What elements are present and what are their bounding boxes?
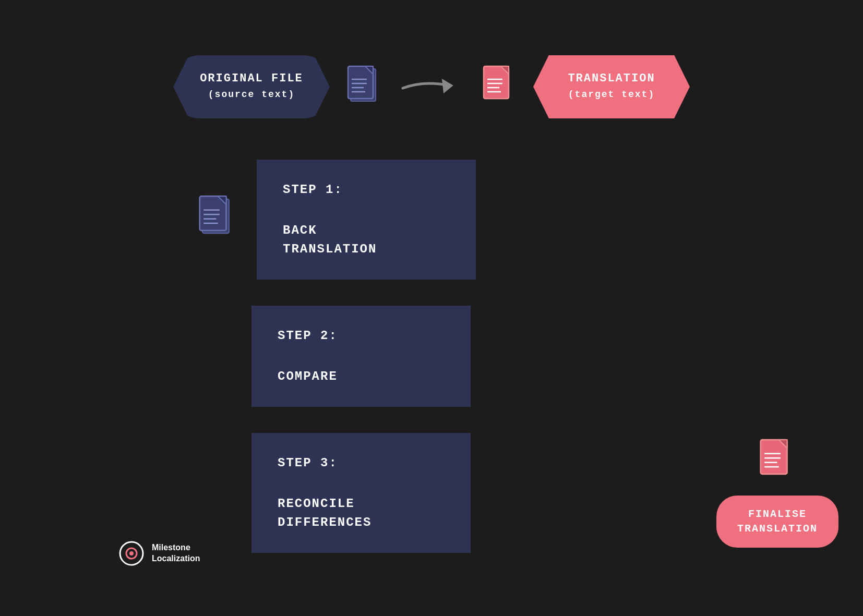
translation-label: TRANSLATION xyxy=(568,72,655,85)
original-file-sub: (source text) xyxy=(208,89,295,100)
source-doc-icon xyxy=(345,65,382,109)
logo-name: Milestone xyxy=(152,542,200,553)
step2-label: STEP 2: xyxy=(278,327,445,345)
original-file-label: ORIGINAL FILE xyxy=(200,72,303,85)
steps-area: STEP 1: BACK TRANSLATION STEP 2: COMPARE xyxy=(92,160,771,553)
logo-text: Milestone Localization xyxy=(152,542,200,564)
step2-row: STEP 2: COMPARE xyxy=(197,306,666,407)
step1-box: STEP 1: BACK TRANSLATION xyxy=(257,160,476,280)
step2-sublabel: COMPARE xyxy=(278,348,445,386)
finalise-doc-icon xyxy=(758,438,797,488)
step1-doc-icon xyxy=(197,195,236,244)
svg-rect-7 xyxy=(484,66,509,99)
finalise-badge: FINALISE TRANSLATION xyxy=(716,496,838,548)
step3-box: STEP 3: RECONCILE DIFFERENCES xyxy=(251,433,471,553)
svg-rect-14 xyxy=(200,196,226,231)
step1-row: STEP 1: BACK TRANSLATION xyxy=(197,160,666,280)
step3-label: STEP 3: xyxy=(278,454,445,473)
logo-area: Milestone Localization xyxy=(118,540,200,566)
step3-row: STEP 3: RECONCILE DIFFERENCES xyxy=(197,433,666,553)
finalise-area: FINALISE TRANSLATION xyxy=(716,438,838,548)
target-doc-icon xyxy=(481,65,518,109)
top-row: ORIGINAL FILE (source text) xyxy=(92,55,771,119)
step3-sublabel: RECONCILE DIFFERENCES xyxy=(278,476,445,532)
step1-sublabel: BACK TRANSLATION xyxy=(283,202,450,259)
svg-rect-1 xyxy=(348,66,373,99)
logo-name2: Localization xyxy=(152,553,200,564)
translation-badge: TRANSLATION (target text) xyxy=(533,55,690,119)
svg-point-28 xyxy=(129,551,134,555)
step2-box: STEP 2: COMPARE xyxy=(251,306,471,407)
original-file-badge: ORIGINAL FILE (source text) xyxy=(173,55,330,119)
content-area: ORIGINAL FILE (source text) xyxy=(92,34,771,582)
step1-label: STEP 1: xyxy=(283,180,450,199)
main-container: ORIGINAL FILE (source text) xyxy=(0,0,863,616)
svg-rect-20 xyxy=(761,440,787,474)
arrow-icon xyxy=(398,70,465,104)
finalise-label: FINALISE TRANSLATION xyxy=(737,508,818,535)
translation-sub: (target text) xyxy=(568,89,655,100)
logo-icon xyxy=(118,540,145,566)
